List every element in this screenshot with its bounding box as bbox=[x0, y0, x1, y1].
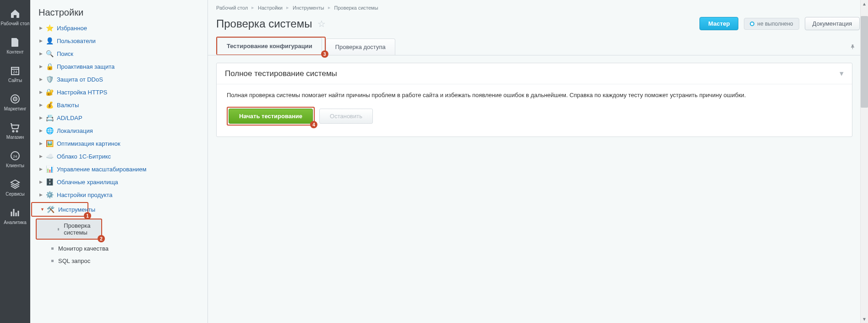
tree-favorites[interactable]: ▶⭐Избранное bbox=[30, 22, 207, 34]
settings-tree: ▶⭐Избранное ▶👤Пользователи ▶🔍Поиск ▶🔒Про… bbox=[30, 22, 207, 267]
tree-child-system-check[interactable]: Проверка системы 2 bbox=[36, 219, 102, 240]
panel-head: Полное тестирование системы ▾ bbox=[217, 63, 852, 84]
target-icon bbox=[10, 93, 21, 104]
sidebar: Настройки ▶⭐Избранное ▶👤Пользователи ▶🔍П… bbox=[30, 0, 208, 323]
chevron-right-icon: ▸ bbox=[251, 5, 254, 11]
master-button[interactable]: Мастер bbox=[699, 17, 738, 30]
bullet-icon bbox=[51, 247, 54, 250]
chevron-right-icon: ▶ bbox=[38, 51, 43, 56]
rail-analytics[interactable]: Аналитика bbox=[0, 202, 30, 230]
tree-localization[interactable]: ▶🌐Локализация bbox=[30, 124, 207, 137]
tree-cloud[interactable]: ▶☁️Облако 1С-Битрикс bbox=[30, 150, 207, 163]
rail-label: Клиенты bbox=[6, 163, 24, 168]
collapse-icon[interactable]: ▾ bbox=[840, 69, 844, 78]
layers-icon bbox=[10, 179, 21, 190]
tab-config[interactable]: Тестирование конфигурации bbox=[217, 38, 322, 55]
globe-icon: 🌐 bbox=[46, 127, 53, 134]
rail-marketing[interactable]: Маркетинг bbox=[0, 88, 30, 116]
rail-label: Аналитика bbox=[4, 220, 27, 225]
tree-child-sql[interactable]: SQL запрос bbox=[30, 255, 207, 267]
search-icon: 🔍 bbox=[46, 50, 53, 57]
doc-icon bbox=[10, 37, 21, 48]
header-actions: Мастер не выполнено Документация bbox=[699, 17, 860, 30]
tree-search[interactable]: ▶🔍Поиск bbox=[30, 47, 207, 60]
chevron-right-icon: ▶ bbox=[38, 90, 43, 94]
bullet-icon bbox=[51, 260, 54, 262]
tree-ddos[interactable]: ▶🛡️Защита от DDoS bbox=[30, 73, 207, 86]
favorite-star-icon[interactable]: ☆ bbox=[317, 18, 326, 29]
tree-https[interactable]: ▶🔐Настройка HTTPS bbox=[30, 86, 207, 99]
chevron-right-icon: ▶ bbox=[38, 141, 43, 146]
annotation-badge-4: 4 bbox=[310, 121, 317, 128]
tree-ldap[interactable]: ▶📇AD/LDAP bbox=[30, 111, 207, 124]
clients-icon: 24 bbox=[10, 150, 21, 161]
main-container: Рабочий стол ▸ Настройки ▸ Инструменты ▸… bbox=[208, 0, 868, 323]
sidebar-title: Настройки bbox=[30, 0, 207, 22]
chevron-right-icon: ▶ bbox=[38, 38, 43, 43]
crumb-current[interactable]: Проверка системы bbox=[334, 5, 378, 11]
chevron-down-icon: ▼ bbox=[40, 207, 44, 212]
chevron-right-icon: ▶ bbox=[38, 180, 43, 184]
scroll-down-icon[interactable]: ▼ bbox=[861, 315, 868, 323]
money-icon: 💰 bbox=[46, 101, 53, 109]
svg-text:24: 24 bbox=[13, 70, 17, 74]
annotation-badge-3: 3 bbox=[321, 50, 328, 58]
pin-icon[interactable] bbox=[846, 40, 860, 55]
tree-proactive[interactable]: ▶🔒Проактивная защита bbox=[30, 60, 207, 73]
panel: Полное тестирование системы ▾ Полная про… bbox=[216, 63, 852, 137]
status-dot-icon bbox=[750, 22, 754, 26]
page-title: Проверка системы bbox=[216, 17, 312, 30]
shield-icon: 🛡️ bbox=[46, 76, 53, 83]
rail-label: Сервисы bbox=[5, 192, 24, 197]
page-header: Проверка системы ☆ Мастер не выполнено Д… bbox=[208, 15, 868, 37]
chevron-right-icon: ▶ bbox=[38, 167, 43, 171]
tree-storage[interactable]: ▶🗄️Облачные хранилища bbox=[30, 175, 207, 188]
tree-child-quality[interactable]: Монитор качества bbox=[30, 242, 207, 255]
rail-label: Маркетинг bbox=[4, 106, 27, 111]
chevron-right-icon: ▶ bbox=[38, 128, 43, 133]
rail-content[interactable]: Контент bbox=[0, 31, 30, 60]
scrollbar[interactable]: ▲ ▼ bbox=[860, 0, 868, 323]
tree-product[interactable]: ▶⚙️Настройки продукта bbox=[30, 188, 207, 201]
breadcrumb: Рабочий стол ▸ Настройки ▸ Инструменты ▸… bbox=[208, 0, 868, 15]
tab-access[interactable]: Проверка доступа bbox=[326, 38, 395, 55]
star-icon: ⭐ bbox=[46, 24, 53, 32]
cart-icon bbox=[10, 122, 21, 133]
rail-clients[interactable]: 24 Клиенты bbox=[0, 145, 30, 173]
storage-icon: 🗄️ bbox=[46, 178, 53, 186]
panel-text: Полная проверка системы помогает найти п… bbox=[227, 92, 842, 99]
left-rail: Рабочий стол Контент 24 Сайты Маркетинг … bbox=[0, 0, 30, 323]
chevron-right-icon: ▶ bbox=[38, 192, 43, 197]
rail-label: Контент bbox=[6, 49, 23, 55]
bullet-icon bbox=[58, 228, 59, 230]
main: Рабочий стол ▸ Настройки ▸ Инструменты ▸… bbox=[208, 0, 868, 323]
svg-text:24: 24 bbox=[13, 154, 17, 159]
start-test-button[interactable]: Начать тестирование bbox=[229, 109, 313, 124]
crumb-desktop[interactable]: Рабочий стол bbox=[216, 5, 248, 11]
tab-config-wrap: Тестирование конфигурации 3 bbox=[216, 37, 326, 55]
start-wrap: Начать тестирование 4 bbox=[227, 107, 315, 126]
stop-test-button[interactable]: Остановить bbox=[319, 109, 373, 124]
tree-images[interactable]: ▶🖼️Оптимизация картинок bbox=[30, 137, 207, 150]
scroll-thumb[interactable] bbox=[861, 16, 868, 108]
status-chip: не выполнено bbox=[744, 18, 799, 30]
rail-services[interactable]: Сервисы bbox=[0, 173, 30, 202]
tree-instruments[interactable]: ▼ 🛠️ Инструменты 1 bbox=[31, 202, 88, 217]
chevron-right-icon: ▶ bbox=[38, 26, 43, 30]
https-icon: 🔐 bbox=[46, 88, 53, 96]
action-row: Начать тестирование 4 Остановить bbox=[227, 107, 842, 126]
crumb-instruments[interactable]: Инструменты bbox=[293, 5, 324, 11]
rail-desktop[interactable]: Рабочий стол bbox=[0, 3, 30, 31]
chevron-right-icon: ▶ bbox=[38, 103, 43, 107]
rail-shop[interactable]: Магазин bbox=[0, 116, 30, 145]
documentation-button[interactable]: Документация bbox=[805, 17, 860, 30]
chart-icon bbox=[10, 207, 21, 218]
tree-currency[interactable]: ▶💰Валюты bbox=[30, 99, 207, 111]
tree-scale[interactable]: ▶📊Управление масштабированием bbox=[30, 163, 207, 175]
panel-title: Полное тестирование системы bbox=[225, 69, 337, 78]
tools-icon: 🛠️ bbox=[47, 206, 55, 213]
rail-sites[interactable]: 24 Сайты bbox=[0, 60, 30, 88]
tree-users[interactable]: ▶👤Пользователи bbox=[30, 34, 207, 47]
scroll-up-icon[interactable]: ▲ bbox=[861, 0, 868, 8]
crumb-settings[interactable]: Настройки bbox=[258, 5, 283, 11]
